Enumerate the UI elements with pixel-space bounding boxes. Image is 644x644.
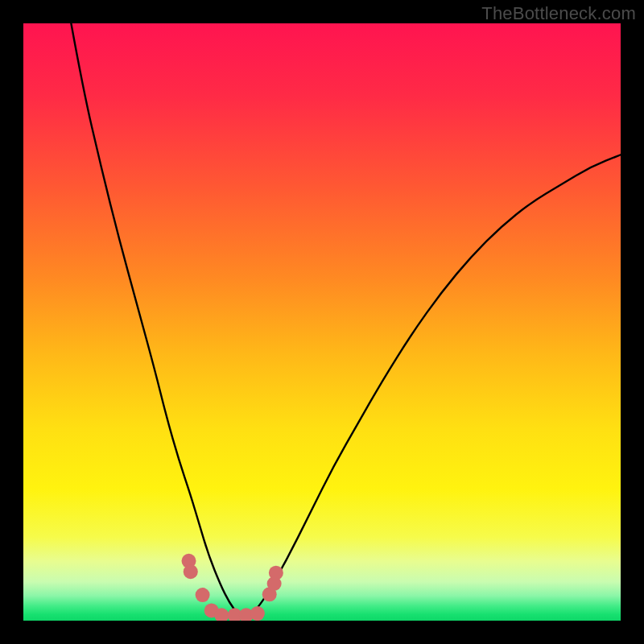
marker-dot: [250, 606, 265, 621]
marker-dot: [269, 566, 283, 580]
marker-dot: [184, 564, 198, 579]
marker-cluster: [182, 554, 283, 621]
watermark-text: TheBottleneck.com: [481, 3, 636, 24]
marker-dot: [196, 588, 210, 602]
bottleneck-curve: [71, 23, 621, 615]
chart-svg: [23, 23, 621, 621]
chart-frame: [23, 23, 621, 621]
